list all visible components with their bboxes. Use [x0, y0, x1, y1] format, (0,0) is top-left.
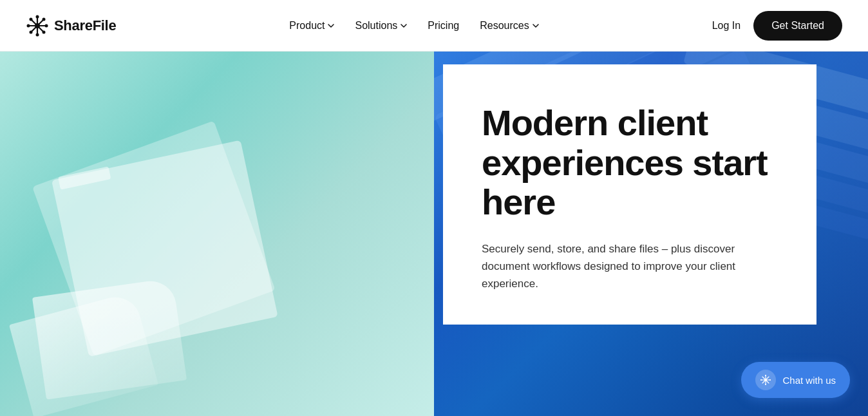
svg-point-34: [765, 384, 766, 385]
svg-point-8: [30, 17, 33, 21]
hero-subtitle: Securely send, store, and share files – …: [482, 240, 752, 293]
svg-point-7: [45, 24, 48, 27]
hero-bg-left: [0, 52, 434, 416]
hero-left-decoration: [0, 52, 434, 416]
hero-card: Modern client experiences start here Sec…: [443, 64, 816, 325]
nav-solutions[interactable]: Solutions: [355, 20, 407, 32]
resources-chevron-icon: [533, 23, 539, 29]
nav-resources[interactable]: Resources: [480, 20, 538, 32]
svg-point-9: [42, 17, 46, 21]
chat-icon-circle: [755, 370, 776, 390]
product-chevron-icon: [328, 23, 334, 29]
logo-text: ShareFile: [54, 17, 116, 34]
svg-point-11: [42, 30, 46, 33]
svg-point-12: [35, 23, 40, 28]
sharefile-logo-icon: [26, 14, 49, 37]
navbar-actions: Log In Get Started: [712, 11, 842, 41]
svg-point-33: [769, 379, 771, 381]
nav-product[interactable]: Product: [289, 20, 334, 32]
nav-menu: Product Solutions Pricing Resources: [289, 20, 538, 32]
svg-point-5: [36, 33, 39, 36]
svg-point-4: [36, 15, 39, 18]
chat-widget[interactable]: Chat with us: [741, 362, 850, 398]
chat-label: Chat with us: [782, 375, 836, 386]
hero-section: Modern client experiences start here Sec…: [0, 52, 868, 416]
logo-area: ShareFile: [26, 14, 116, 37]
navbar: ShareFile Product Solutions Pricing Reso…: [0, 0, 868, 52]
login-button[interactable]: Log In: [712, 20, 741, 32]
get-started-button[interactable]: Get Started: [753, 11, 842, 41]
nav-pricing[interactable]: Pricing: [428, 20, 459, 32]
hero-title: Modern client experiences start here: [482, 103, 778, 222]
svg-point-10: [30, 30, 33, 33]
svg-point-32: [765, 375, 766, 376]
svg-point-6: [27, 24, 30, 27]
svg-point-35: [760, 379, 762, 381]
svg-point-31: [764, 379, 767, 381]
chat-icon: [760, 374, 771, 386]
solutions-chevron-icon: [401, 23, 407, 29]
